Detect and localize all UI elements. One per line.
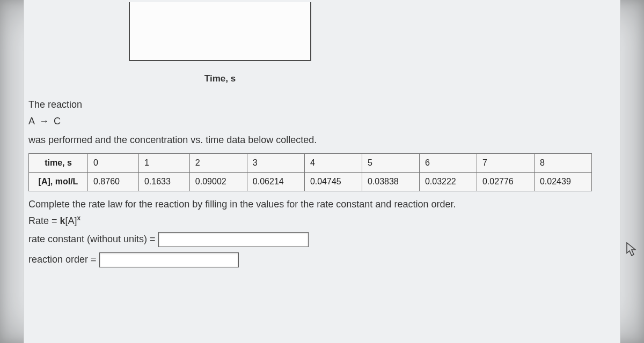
rate-species: A xyxy=(68,215,75,226)
time-cell: 8 xyxy=(534,154,591,173)
rate-constant-label: rate constant (without units) = xyxy=(28,234,156,244)
conc-cell: 0.04745 xyxy=(304,173,362,191)
rate-k: k xyxy=(60,215,65,226)
table-row: [A], mol/L 0.8760 0.1633 0.09002 0.06214… xyxy=(29,173,592,191)
chart-area: Time, s xyxy=(24,2,620,84)
rate-constant-row: rate constant (without units) = xyxy=(28,232,620,247)
conc-cell: 0.02776 xyxy=(477,173,534,191)
instruction-text: Complete the rate law for the reaction b… xyxy=(28,199,620,210)
intro-line-2: was performed and the concentration vs. … xyxy=(28,135,620,146)
table-row: time, s 0 1 2 3 4 5 6 7 8 xyxy=(29,154,592,173)
row-header-conc: [A], mol/L xyxy=(29,173,88,191)
conc-cell: 0.03222 xyxy=(419,173,477,191)
time-cell: 4 xyxy=(304,154,362,173)
rate-prefix: Rate = xyxy=(28,215,60,226)
concentration-table: time, s 0 1 2 3 4 5 6 7 8 [A], mol/L 0.8… xyxy=(28,153,592,191)
reaction-equation: A → C xyxy=(28,116,620,127)
reaction-order-label: reaction order = xyxy=(28,254,97,265)
time-cell: 7 xyxy=(477,154,534,173)
reaction-rhs: C xyxy=(54,116,61,126)
conc-cell: 0.8760 xyxy=(88,173,139,191)
reaction-lhs: A xyxy=(28,116,34,126)
chart-x-axis-label: Time, s xyxy=(0,73,620,84)
time-cell: 1 xyxy=(138,154,189,173)
reaction-order-row: reaction order = xyxy=(28,252,620,267)
conc-cell: 0.02439 xyxy=(534,173,591,191)
time-cell: 0 xyxy=(88,154,139,173)
time-cell: 3 xyxy=(247,154,304,173)
chart-plot-area xyxy=(129,2,311,61)
conc-cell: 0.09002 xyxy=(189,173,247,191)
cursor-icon xyxy=(626,242,638,257)
arrow-right-icon: → xyxy=(37,116,51,127)
rate-exponent: x xyxy=(77,214,81,222)
time-cell: 2 xyxy=(189,154,247,173)
intro-line-1: The reaction xyxy=(28,99,620,110)
reaction-order-input[interactable] xyxy=(99,252,239,267)
row-header-time: time, s xyxy=(29,154,88,173)
conc-cell: 0.03838 xyxy=(362,173,419,191)
question-content: Time, s The reaction A → C was performed… xyxy=(24,0,620,343)
conc-cell: 0.1633 xyxy=(138,173,189,191)
monitor-frame: Time, s The reaction A → C was performed… xyxy=(0,0,644,343)
rate-law-equation: Rate = k[A]x xyxy=(28,214,620,227)
time-cell: 6 xyxy=(419,154,477,173)
time-cell: 5 xyxy=(362,154,419,173)
conc-cell: 0.06214 xyxy=(247,173,304,191)
rate-constant-input[interactable] xyxy=(158,232,309,247)
